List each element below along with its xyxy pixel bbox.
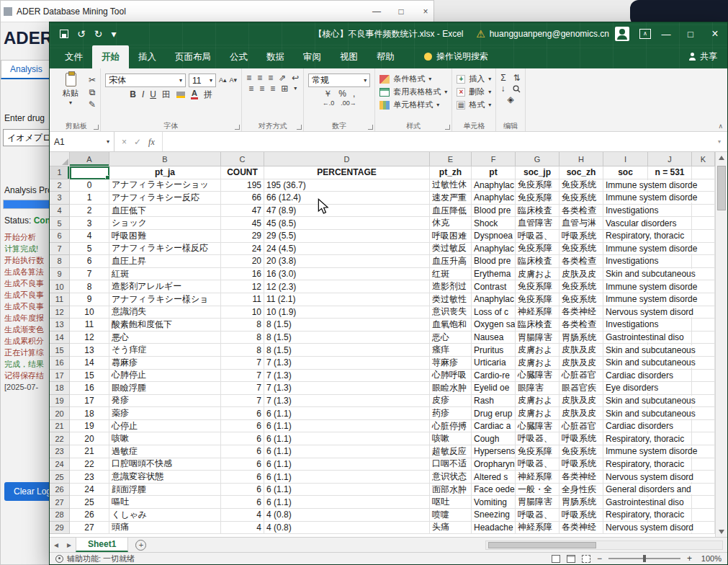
comma-style-icon[interactable]: , [353,89,355,98]
clipboard-dialog-launcher-icon[interactable] [94,125,99,130]
add-sheet-icon[interactable]: + [135,540,146,551]
cell-G22[interactable]: 呼吸器、 [516,432,560,445]
cell-G5[interactable]: 血管障害 [516,217,560,230]
borders-icon[interactable]: 田 [162,90,171,99]
cell-K1[interactable] [692,166,715,179]
styles-dialog-launcher-icon[interactable] [445,125,450,130]
cell-C20[interactable]: 6 [221,407,264,420]
cell-E29[interactable]: 头痛 [430,522,472,535]
cell-D2[interactable]: 195 (36.7) [264,179,430,192]
cell-H12[interactable]: 各类神经 [560,306,603,319]
normal-view-icon[interactable] [552,555,560,563]
cell-K17[interactable] [692,370,715,383]
cell-A6[interactable]: 4 [70,230,109,243]
cell-K22[interactable] [692,432,715,445]
cell-A19[interactable]: 17 [70,395,109,408]
cell-C28[interactable]: 4 [221,509,264,522]
cell-F14[interactable]: Nausea [472,332,516,344]
minimize-icon[interactable]: — [654,22,678,45]
cell-D14[interactable]: 8 (1.5) [264,332,430,344]
cell-A26[interactable]: 24 [70,484,109,497]
cell-C18[interactable]: 7 [221,382,264,395]
row-header-13[interactable]: 13 [50,319,70,332]
fill-icon[interactable]: ↓ [501,84,505,93]
ribbon-options-icon[interactable] [639,29,651,39]
cell-G16[interactable]: 皮膚およ [516,357,560,370]
page-break-view-icon[interactable] [582,555,590,563]
cell-H25[interactable]: 各类神经 [560,471,603,484]
cell-A1[interactable] [70,166,109,179]
row-header-12[interactable]: 12 [50,306,70,319]
cell-C12[interactable]: 10 [221,306,264,319]
cell-B3[interactable]: アナフィラキシー反応 [109,192,221,205]
cell-I23[interactable]: Immune system disorde [603,445,648,458]
cell-H4[interactable]: 各类检查 [560,205,603,218]
cell-H1[interactable]: soc_zh [560,166,603,179]
row-header-14[interactable]: 14 [50,332,70,344]
cell-I1[interactable]: soc [603,166,648,179]
col-header-H[interactable]: H [560,152,603,166]
cell-K28[interactable] [692,509,715,522]
cell-E11[interactable]: 类过敏性 [430,293,472,306]
cell-E4[interactable]: 血压降低 [430,205,472,218]
row-header-6[interactable]: 6 [50,230,70,243]
clear-icon[interactable]: ◈ [507,95,513,104]
cell-K18[interactable] [692,382,715,395]
cell-I27[interactable]: Gastrointestinal diso [603,496,648,509]
minimize-icon[interactable]: — [364,1,389,22]
cell-E20[interactable]: 药疹 [430,407,472,420]
undo-icon[interactable]: ↺ [77,29,86,39]
cell-D19[interactable]: 7 (1.3) [264,395,430,408]
cell-I26[interactable]: General disorders and [603,484,648,497]
cell-G4[interactable]: 臨床検査 [516,205,560,218]
cell-A3[interactable]: 1 [70,192,109,205]
select-all-corner[interactable] [50,152,70,166]
cell-B28[interactable]: くしゃみ [109,509,221,522]
cell-I28[interactable]: Respiratory, thoracic [603,509,648,522]
cell-G26[interactable]: 一般・全 [516,484,560,497]
row-header-1[interactable]: 1 [50,166,70,179]
cell-G15[interactable]: 皮膚およ [516,344,560,357]
cell-I4[interactable]: Investigations [603,205,648,218]
cut-icon[interactable]: ✂ [89,76,96,84]
cell-F1[interactable]: pt [472,166,516,179]
shrink-font-icon[interactable]: A▾ [230,77,238,84]
user-avatar-icon[interactable] [615,27,629,41]
autosum-icon[interactable]: Σ [500,74,505,82]
cell-H22[interactable]: 呼吸系统 [560,432,603,445]
row-header-17[interactable]: 17 [50,370,70,383]
cell-E25[interactable]: 意识状态 [430,471,472,484]
cell-D3[interactable]: 66 (12.4) [264,192,430,205]
save-icon[interactable] [60,30,68,38]
cell-B19[interactable]: 発疹 [109,395,221,408]
cell-B20[interactable]: 薬疹 [109,407,221,420]
cell-H14[interactable]: 胃肠系统 [560,332,603,344]
cell-G21[interactable]: 心臓障害 [516,420,560,433]
percent-style-icon[interactable]: % [338,89,346,98]
cell-I24[interactable]: Respiratory, thoracic [603,458,648,471]
cell-G14[interactable]: 胃腸障害 [516,332,560,344]
font-dialog-launcher-icon[interactable] [235,125,240,130]
paste-button[interactable]: 粘贴 ▾ [57,73,84,106]
cell-C29[interactable]: 4 [221,522,264,535]
cell-A18[interactable]: 16 [70,382,109,395]
ribbon-tab-1[interactable]: 开始 [92,45,129,68]
cell-B4[interactable]: 血圧低下 [109,205,221,218]
cell-B11[interactable]: アナフィラキシー様ショ [109,293,221,306]
sort-filter-icon[interactable]: ⇅ [513,74,521,82]
row-header-25[interactable]: 25 [50,471,70,484]
cell-D21[interactable]: 6 (1.1) [264,420,430,433]
cell-D18[interactable]: 7 (1.3) [264,382,430,395]
format-cells-button[interactable]: ▦ 格式 ▾ [457,99,491,110]
qat-chevron-icon[interactable]: ▾ [111,29,116,39]
cell-C14[interactable]: 8 [221,332,264,344]
cell-A20[interactable]: 18 [70,407,109,420]
cell-E28[interactable]: 喷嚏 [430,509,472,522]
merge-chevron-icon[interactable]: ▾ [294,86,297,92]
cell-D28[interactable]: 4 (0.8) [264,509,430,522]
cell-G11[interactable]: 免疫系障 [516,293,560,306]
cell-I8[interactable]: Investigations [603,255,648,268]
cell-H28[interactable]: 呼吸系统 [560,509,603,522]
cell-E17[interactable]: 心肺呼吸 [430,370,472,383]
warning-icon[interactable]: ⚠ [476,29,485,39]
